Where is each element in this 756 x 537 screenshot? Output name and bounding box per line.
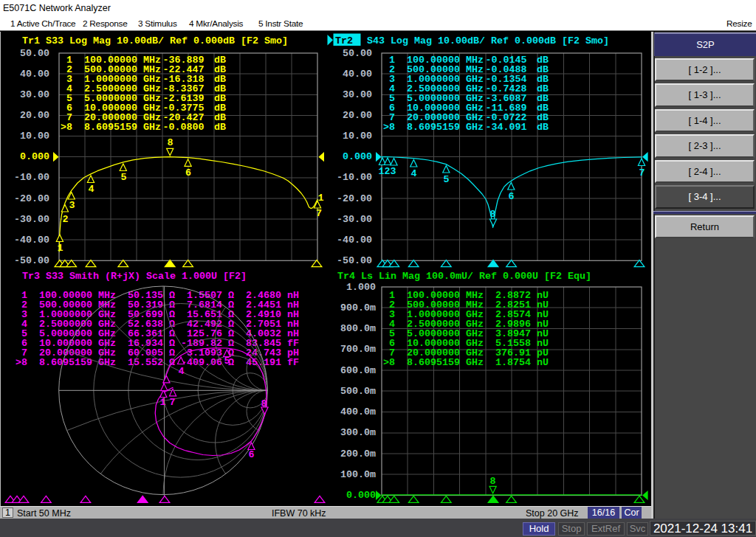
svg-text:4: 4 <box>411 168 417 179</box>
svg-text:3: 3 <box>69 200 75 211</box>
svg-text:30.00: 30.00 <box>20 89 49 100</box>
svg-text:-10.00: -10.00 <box>337 172 372 183</box>
svg-text:3: 3 <box>391 166 396 177</box>
svg-text:900.0m: 900.0m <box>340 302 376 313</box>
svg-text:5: 5 <box>121 172 127 183</box>
svg-text:7: 7 <box>316 208 322 219</box>
svg-text:30.00: 30.00 <box>343 89 372 100</box>
svg-text:10.00: 10.00 <box>20 131 49 142</box>
svg-text:300.0m: 300.0m <box>340 427 376 438</box>
svg-text:-40.00: -40.00 <box>337 235 372 246</box>
svg-text:0.000: 0.000 <box>20 151 49 162</box>
svg-text:-40.00: -40.00 <box>14 235 49 246</box>
svg-text:-34.091: -34.091 <box>486 122 527 133</box>
svg-text:5: 5 <box>224 356 230 367</box>
svg-text:-30.00: -30.00 <box>14 214 49 225</box>
svg-text:6: 6 <box>509 191 515 202</box>
svg-text:dB: dB <box>214 122 226 133</box>
svg-text:10.00: 10.00 <box>343 131 372 142</box>
svg-text:0.000: 0.000 <box>346 490 376 501</box>
svg-text:-50.00: -50.00 <box>337 255 372 266</box>
svg-text:800.0m: 800.0m <box>340 323 376 334</box>
svg-text:40.00: 40.00 <box>20 69 49 80</box>
svg-text:20.00: 20.00 <box>20 110 49 121</box>
svg-text:2: 2 <box>63 214 69 225</box>
svg-text:1: 1 <box>379 166 385 177</box>
svg-text:1: 1 <box>160 397 166 408</box>
svg-text:2: 2 <box>385 166 391 177</box>
svg-text:1: 1 <box>318 193 324 204</box>
svg-text:100.0m: 100.0m <box>340 469 376 480</box>
svg-text:40.00: 40.00 <box>343 69 372 80</box>
svg-text:6: 6 <box>249 449 255 460</box>
svg-text:-10.00: -10.00 <box>14 172 49 183</box>
svg-text:8: 8 <box>490 476 496 487</box>
svg-text:>8 8.6095159 GHz: >8 8.6095159 GHz <box>61 122 161 133</box>
svg-text:-20.00: -20.00 <box>337 193 372 204</box>
svg-text:S43 Log Mag 10.00dB/ Ref 0.000: S43 Log Mag 10.00dB/ Ref 0.000dB [F2 Smo… <box>361 35 609 46</box>
svg-text:>8 8.6095159 GHz: >8 8.6095159 GHz <box>383 122 484 133</box>
svg-text:-20.00: -20.00 <box>14 193 49 204</box>
svg-text:7: 7 <box>170 397 176 408</box>
svg-text:700.0m: 700.0m <box>340 344 376 355</box>
svg-text:Tr2: Tr2 <box>335 35 353 46</box>
svg-text:4: 4 <box>179 366 185 377</box>
svg-text:-50.00: -50.00 <box>14 255 49 266</box>
svg-text:8: 8 <box>490 209 496 220</box>
svg-text:200.0m: 200.0m <box>340 448 376 460</box>
svg-text:500.0m: 500.0m <box>340 386 376 397</box>
svg-text:50.00: 50.00 <box>20 48 49 59</box>
svg-text:Tr1 S33 Log Mag 10.00dB/ Ref 0: Tr1 S33 Log Mag 10.00dB/ Ref 0.000dB [F2… <box>22 35 288 46</box>
svg-text:dB: dB <box>537 122 549 133</box>
svg-text:20.00: 20.00 <box>343 110 372 121</box>
svg-text:-30.00: -30.00 <box>337 214 372 225</box>
svg-text:6: 6 <box>185 167 191 179</box>
svg-text:600.0m: 600.0m <box>340 365 376 376</box>
svg-text:Tr3 S33 Smith (R+jX) Scale 1.0: Tr3 S33 Smith (R+jX) Scale 1.000U [F2] <box>22 271 247 282</box>
svg-text:Tr4 Ls Lin Mag 100.0mU/ Ref 0.: Tr4 Ls Lin Mag 100.0mU/ Ref 0.000U [F2 E… <box>337 271 591 282</box>
svg-text:400.0m: 400.0m <box>340 406 376 418</box>
svg-text:8: 8 <box>261 398 267 409</box>
svg-text:1.000: 1.000 <box>346 282 376 293</box>
svg-text:50.00: 50.00 <box>343 48 372 59</box>
svg-text:4: 4 <box>89 184 94 195</box>
svg-text:7: 7 <box>639 167 645 179</box>
svg-text:-0.0800: -0.0800 <box>163 122 205 133</box>
svg-text:5: 5 <box>444 174 450 185</box>
svg-text:1: 1 <box>58 243 63 254</box>
svg-text:8: 8 <box>168 137 173 148</box>
svg-text:0.000: 0.000 <box>343 151 372 162</box>
svg-text:>8 8.6095159 GHz 1.8754 nU: >8 8.6095159 GHz 1.8754 nU <box>383 357 549 368</box>
